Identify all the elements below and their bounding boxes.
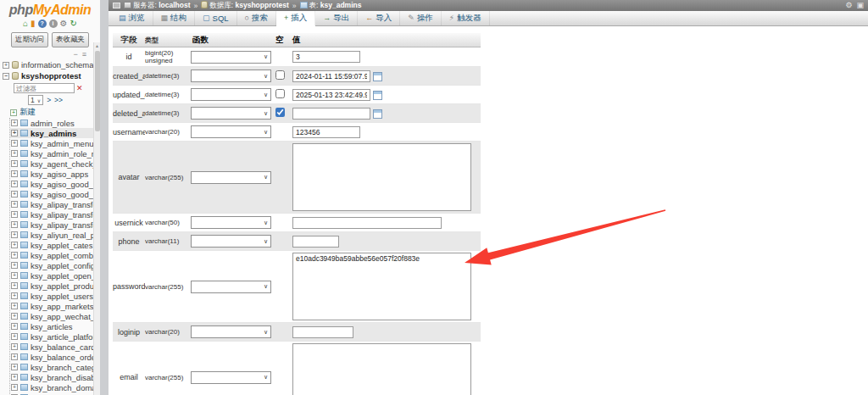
expand-icon[interactable]: + (11, 303, 18, 309)
expand-icon[interactable]: + (11, 201, 18, 208)
table-list-item[interactable]: +ksy_aliyun_real_person_a (10, 230, 100, 240)
table-list-item[interactable]: +ksy_agiso_good_price_n (10, 179, 100, 189)
value-input[interactable] (292, 108, 370, 120)
expand-icon[interactable]: + (11, 272, 18, 279)
null-checkbox[interactable] (275, 108, 285, 117)
next-page-link[interactable]: > (47, 96, 51, 104)
null-checkbox[interactable] (275, 89, 285, 98)
table-list-item[interactable]: +ksy_applet_combination_ (10, 250, 100, 260)
sidebar-scrollbar[interactable]: ▲ (93, 42, 100, 395)
table-list-item[interactable]: +ksy_app_markets (10, 301, 100, 311)
docs-icon[interactable]: i (49, 19, 58, 28)
value-input[interactable] (292, 326, 353, 338)
value-input[interactable] (292, 89, 370, 101)
breadcrumb-item-localhost[interactable]: 服务器: localhost (124, 1, 191, 11)
value-textarea[interactable] (292, 253, 471, 320)
expand-icon[interactable]: + (11, 170, 18, 177)
breadcrumb-item-ksyshopprotest[interactable]: 数据库: ksyshopprotest (201, 1, 289, 11)
scroll-up-icon[interactable]: ▲ (94, 42, 100, 49)
tab-SQL[interactable]: ▢SQL (195, 11, 237, 25)
function-select[interactable]: ∨ (191, 125, 271, 138)
table-list-item[interactable]: +ksy_alipay_transfer_pays (10, 199, 100, 209)
table-list-item[interactable]: +ksy_branch_disable_dom (10, 372, 100, 382)
value-input[interactable] (292, 236, 339, 248)
value-input[interactable] (292, 51, 360, 63)
table-list-item[interactable]: +ksy_applet_users (10, 291, 100, 301)
table-list-item[interactable]: +ksy_applet_open_id_sess (10, 270, 100, 281)
phpmyadmin-logo[interactable]: phpMyAdmin (0, 0, 100, 18)
last-page-link[interactable]: >> (54, 96, 63, 104)
expand-icon[interactable]: + (11, 282, 18, 289)
expand-icon[interactable]: + (11, 353, 18, 360)
clear-filter-icon[interactable]: ✕ (76, 84, 83, 92)
table-list-item[interactable]: +ksy_applet_configs (10, 260, 100, 270)
function-select[interactable]: ∨ (191, 51, 271, 64)
expand-icon[interactable]: + (11, 333, 18, 340)
tab-触发器[interactable]: ⚡触发器 (442, 11, 490, 25)
calendar-icon[interactable] (373, 91, 382, 100)
table-list-item[interactable]: +ksy_agent_check_price_s (10, 159, 100, 169)
expand-icon[interactable]: + (11, 242, 18, 248)
expand-icon[interactable]: + (11, 364, 18, 370)
expand-icon[interactable]: + (11, 211, 18, 218)
expand-icon[interactable]: + (11, 130, 18, 136)
table-list-item[interactable]: +ksy_agiso_good_subscrib (10, 189, 100, 199)
expand-icon[interactable]: + (11, 292, 18, 299)
null-checkbox[interactable] (275, 70, 285, 80)
favorite-tables-button[interactable]: 表收藏夹 (52, 32, 89, 47)
tab-插入[interactable]: +插入 (276, 11, 315, 26)
table-list-item[interactable]: +ksy_applet_cates (10, 240, 100, 250)
value-textarea[interactable] (292, 343, 471, 395)
expand-icon[interactable]: + (11, 221, 18, 228)
table-list-item[interactable]: +ksy_admin_menus (10, 138, 100, 148)
tab-导出[interactable]: →导出 (315, 11, 358, 25)
tab-结构[interactable]: ▦结构 (153, 11, 196, 25)
help-icon[interactable]: ? (38, 19, 47, 28)
table-list-item[interactable]: +ksy_agiso_apps (10, 169, 100, 179)
function-select[interactable]: ∨ (191, 371, 271, 384)
function-select[interactable]: ∨ (191, 171, 271, 184)
function-select[interactable]: ∨ (191, 70, 271, 82)
expand-icon[interactable]: + (11, 262, 18, 269)
table-list-item[interactable]: +ksy_alipay_transfer_pay_ (10, 220, 100, 230)
expand-icon[interactable]: + (11, 231, 18, 238)
collapse-all-icon[interactable]: − (73, 51, 77, 58)
value-input[interactable] (292, 126, 360, 138)
tree-item-ksyshopprotest[interactable]: − ksyshopprotest (3, 70, 100, 81)
table-list-item[interactable]: +admin_roles (10, 118, 100, 128)
expand-icon[interactable]: + (11, 252, 18, 259)
table-list-item[interactable]: +ksy_article_platform_ann (10, 331, 100, 342)
collapse-icon[interactable]: − (3, 73, 9, 80)
expand-icon[interactable]: + (11, 181, 18, 187)
expand-icon[interactable]: + (11, 374, 18, 381)
tab-操作[interactable]: ✎操作 (400, 11, 442, 25)
expand-icon[interactable]: + (11, 191, 18, 198)
function-select[interactable]: ∨ (191, 235, 271, 248)
table-list-item[interactable]: +ksy_branch_domain_suff (10, 382, 100, 392)
new-table-link[interactable]: 新建 (19, 107, 36, 118)
function-select[interactable]: ∨ (191, 216, 271, 229)
table-list-item[interactable]: +ksy_admins (10, 128, 100, 138)
expand-icon[interactable]: + (11, 343, 18, 350)
page-select[interactable]: 1∨ (28, 95, 43, 105)
calendar-icon[interactable] (373, 109, 382, 119)
function-select[interactable]: ∨ (191, 107, 271, 120)
breadcrumb-item-ksy_admins[interactable]: 表: ksy_admins (300, 1, 362, 11)
expand-icon[interactable]: + (11, 384, 18, 391)
table-list-item[interactable]: +ksy_branch_categories (10, 362, 100, 372)
home-icon[interactable]: ⌂ (23, 19, 28, 28)
panel-menu-icon[interactable]: ≡ (82, 51, 86, 58)
preferences-gear-icon[interactable]: ⚙ (845, 2, 852, 9)
console-icon[interactable] (113, 3, 120, 8)
new-table-item[interactable]: + 新建 (10, 107, 100, 118)
tab-浏览[interactable]: ▤浏览 (111, 11, 153, 25)
expand-window-icon[interactable]: ▣ (856, 2, 864, 9)
table-filter-input[interactable] (14, 83, 75, 93)
expand-icon[interactable]: + (11, 150, 18, 157)
settings-icon[interactable]: ⚙ (60, 19, 68, 28)
value-input[interactable] (292, 70, 370, 82)
expand-icon[interactable]: + (11, 313, 18, 320)
calendar-icon[interactable] (373, 72, 382, 81)
table-list-item[interactable]: +ksy_app_wechat_login_lo (10, 311, 100, 321)
refresh-icon[interactable]: ↻ (70, 19, 77, 28)
